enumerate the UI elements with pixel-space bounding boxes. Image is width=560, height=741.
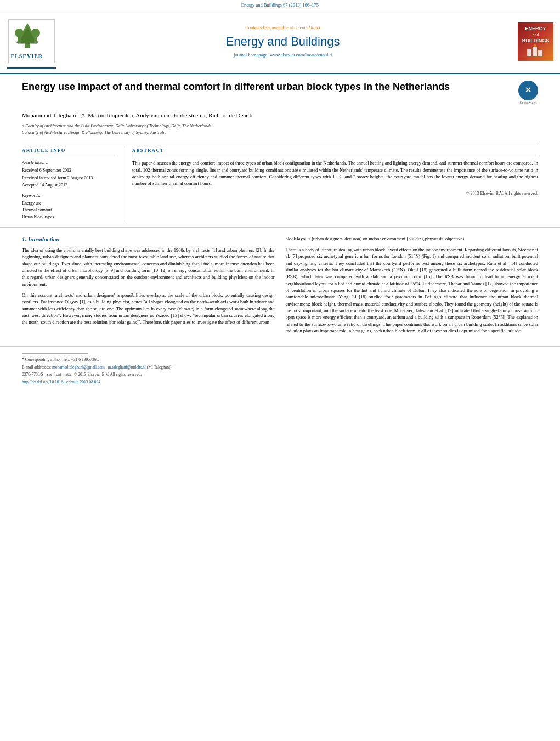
history-label: Article history: [22, 160, 116, 166]
citation-text: Energy and Buildings 67 (2013) 166–175 [241, 2, 319, 8]
body-right-column: block layouts (urban designers' decision… [286, 235, 539, 338]
main-content: Energy use impact of and thermal comfort… [0, 74, 560, 228]
keyword-3: Urban block types [22, 214, 116, 220]
copyright-line: © 2013 Elsevier B.V. All rights reserved… [132, 190, 538, 196]
affiliations: a Faculty of Architecture and the Built … [22, 123, 538, 136]
abstract-column: ABSTRACT This paper discusses the energy… [132, 148, 538, 220]
journal-title: Energy and Buildings [56, 33, 510, 50]
journal-citation-bar: Energy and Buildings 67 (2013) 166–175 [0, 0, 560, 10]
body-right-para-1: block layouts (urban designers' decision… [286, 235, 539, 242]
section-title: 1. Introduction [22, 235, 275, 244]
article-title: Energy use impact of and thermal comfort… [22, 81, 513, 93]
accepted: Accepted 14 August 2013 [22, 182, 116, 188]
elsevier-logo-box: ELSEVIER [8, 19, 55, 63]
crossmark-badge: ✕ CrossMark [518, 81, 538, 106]
eb-logo-line2: and [533, 32, 539, 38]
svg-rect-6 [34, 37, 37, 43]
svg-point-3 [15, 29, 24, 37]
keyword-1: Energy use [22, 200, 116, 206]
svg-rect-10 [528, 46, 530, 49]
body-section: 1. Introduction The idea of using the en… [0, 228, 560, 346]
crossmark-icon: ✕ [518, 81, 538, 100]
email-line: E-mail addresses: mohamadtaleghani@gmail… [22, 365, 538, 371]
journal-right-logo: ENERGY and BUILDINGS [510, 22, 553, 61]
abstract-heading: ABSTRACT [132, 148, 538, 156]
article-info-abstract: ARTICLE INFO Article history: Received 6… [22, 142, 538, 220]
received-revised: Received in revised form 2 August 2013 [22, 175, 116, 181]
affil1: a Faculty of Architecture and the Built … [22, 123, 538, 129]
article-info-heading: ARTICLE INFO [22, 148, 116, 156]
authors: Mohammad Taleghani a,*, Martin Tenpierik… [22, 111, 538, 120]
keywords-label: Keywords: [22, 193, 116, 199]
homepage-url[interactable]: www.elsevier.com/locate/enbuild [270, 52, 332, 58]
svg-rect-5 [18, 37, 21, 43]
crossmark-label: CrossMark [518, 100, 538, 106]
elsevier-tree-icon [11, 22, 44, 49]
doi-link[interactable]: http://dx.doi.org/10.1016/j.enbuild.2013… [22, 380, 100, 384]
svg-rect-7 [527, 49, 531, 56]
svg-rect-11 [534, 44, 536, 47]
article-title-section: Energy use impact of and thermal comfort… [22, 81, 538, 106]
sciencedirect-link-text[interactable]: ScienceDirect [294, 25, 320, 30]
elsevier-brand-text: ELSEVIER [11, 53, 52, 60]
article-info-column: ARTICLE INFO Article history: Received 6… [22, 148, 123, 220]
email2[interactable]: m.taleghani@tudelft.nl [108, 365, 145, 370]
keyword-2: Thermal comfort [22, 207, 116, 213]
doi-line: http://dx.doi.org/10.1016/j.enbuild.2013… [22, 380, 538, 386]
eb-logo-line1: ENERGY [525, 25, 546, 32]
journal-header: ELSEVIER Contents lists available at Sci… [0, 10, 560, 74]
footer-section: * Corresponding author. Tel.: +31 6 1995… [0, 346, 560, 390]
svg-rect-8 [533, 47, 537, 56]
abstract-text: This paper discusses the energy and comf… [132, 160, 538, 186]
body-para-1: The idea of using the environmentally be… [22, 247, 275, 287]
affil2: b Faculty of Architecture, Design & Plan… [22, 129, 538, 136]
body-right-para-2: There is a body of literature dealing wi… [286, 246, 539, 334]
homepage-line: journal homepage: www.elsevier.com/locat… [56, 52, 510, 59]
body-two-columns: 1. Introduction The idea of using the en… [22, 235, 538, 338]
received1: Received 6 September 2012 [22, 167, 116, 173]
elsevier-logo-container: ELSEVIER [7, 15, 56, 69]
eb-logo-icon [526, 44, 545, 58]
body-para-2: On this account, architects' and urban d… [22, 292, 275, 326]
corresponding-note: * Corresponding author. Tel.: +31 6 1995… [22, 357, 538, 363]
body-left-column: 1. Introduction The idea of using the en… [22, 235, 275, 338]
svg-point-4 [31, 29, 40, 37]
issn-line: 0378-7788/$ – see front matter © 2013 El… [22, 372, 538, 378]
email1[interactable]: mohamadtaleghani@gmail.com [52, 365, 105, 370]
svg-rect-9 [538, 50, 542, 56]
sciencedirect-line: Contents lists available at ScienceDirec… [56, 25, 510, 31]
footnote-divider [22, 353, 88, 354]
journal-center: Contents lists available at ScienceDirec… [56, 25, 510, 59]
eb-logo-line3: BUILDINGS [522, 37, 550, 44]
eb-logo-box: ENERGY and BUILDINGS [518, 22, 553, 61]
